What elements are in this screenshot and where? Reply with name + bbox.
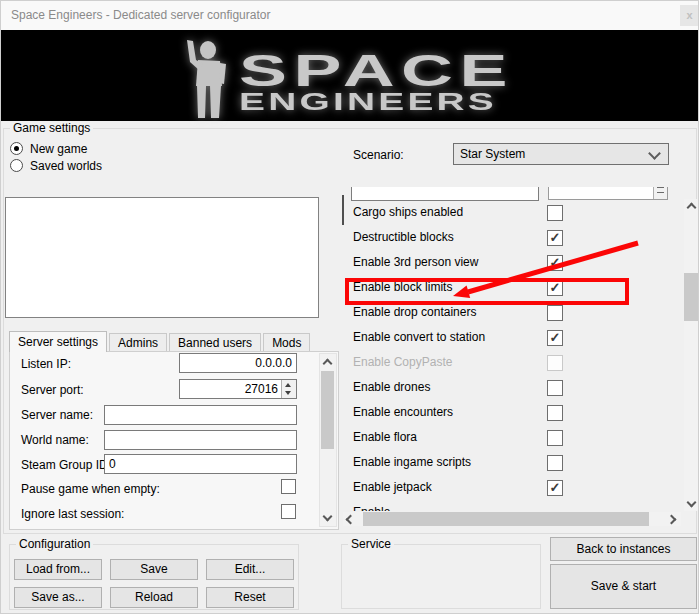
radio-label: Saved worlds xyxy=(30,159,102,173)
enable-3rd-person-view-checkbox[interactable]: ✓ xyxy=(547,255,563,271)
service-group: Service xyxy=(341,544,541,609)
option-row: Enable encounters xyxy=(343,402,683,427)
reset-button[interactable]: Reset xyxy=(206,587,294,608)
save-and-start-button[interactable]: Save & start xyxy=(550,564,697,609)
ignore-last-session-checkbox[interactable] xyxy=(281,504,296,519)
server-port-value: 27016 xyxy=(184,380,278,398)
option-row: Enable convert to station✓ xyxy=(343,327,683,352)
spinner-down[interactable] xyxy=(282,389,296,398)
load-from-button[interactable]: Load from... xyxy=(14,559,102,580)
steam-group-id-field[interactable]: 0 xyxy=(104,454,297,474)
ignore-last-session-label: Ignore last session: xyxy=(21,507,124,521)
highlight-rectangle xyxy=(345,278,629,305)
server-port-field[interactable]: 27016 xyxy=(179,379,297,399)
pause-game-label: Pause game when empty: xyxy=(21,482,160,496)
radio-label: New game xyxy=(30,142,87,156)
option-row: Enable drop containers xyxy=(343,302,683,327)
game-settings-legend: Game settings xyxy=(10,121,93,136)
configuration-legend: Configuration xyxy=(16,537,93,552)
enable-drones-label: Enable drones xyxy=(353,380,430,394)
options-horizontal-scrollbar[interactable] xyxy=(343,512,681,526)
enable-drones-checkbox[interactable] xyxy=(547,380,563,396)
option-row: Enable 3rd person view✓ xyxy=(343,252,683,277)
close-button[interactable]: x xyxy=(680,5,699,26)
enable-ingame-scripts-checkbox[interactable] xyxy=(547,455,563,471)
option-row: Cargo ships enabled xyxy=(343,202,683,227)
configuration-buttons: Load from...SaveEdit...Save as...ReloadR… xyxy=(14,559,294,608)
pause-game-checkbox[interactable] xyxy=(281,479,296,494)
radio-new-game[interactable]: New game xyxy=(10,142,87,156)
logo-text-engineers: ENGINEERS xyxy=(239,88,497,115)
tab-strip: Server settingsAdminsBanned usersMods xyxy=(9,330,312,351)
tab-server-settings[interactable]: Server settings xyxy=(9,331,107,352)
steam-group-id-value: 0 xyxy=(109,457,116,471)
enable-jetpack-label: Enable jetpack xyxy=(353,480,432,494)
clipped-control-edge xyxy=(342,195,344,225)
option-row: Enable flora xyxy=(343,427,683,452)
configuration-group: Configuration Load from...SaveEdit...Sav… xyxy=(9,544,299,610)
chevron-down-icon xyxy=(648,147,661,160)
reload-button[interactable]: Reload xyxy=(110,587,198,608)
clipped-numeric-field[interactable] xyxy=(548,187,668,200)
back-to-instances-button[interactable]: Back to instances xyxy=(550,537,697,561)
listen-ip-field[interactable]: 0.0.0.0 xyxy=(179,353,297,373)
option-row: Destructible blocks✓ xyxy=(343,227,683,252)
spinner-up[interactable] xyxy=(282,380,296,389)
save-as-button[interactable]: Save as... xyxy=(14,587,102,608)
radio-saved-worlds[interactable]: Saved worlds xyxy=(10,159,102,173)
enable-convert-to-station-checkbox[interactable]: ✓ xyxy=(547,330,563,346)
world-name-field[interactable] xyxy=(104,430,297,450)
enable-drop-containers-label: Enable drop containers xyxy=(353,305,476,319)
destructible-blocks-label: Destructible blocks xyxy=(353,230,454,244)
tab-banned-users[interactable]: Banned users xyxy=(169,333,261,351)
title-bar: Space Engineers - Dedicated server confi… xyxy=(1,1,698,31)
radio-circle[interactable] xyxy=(10,159,23,172)
options-panel: Cargo ships enabledDestructible blocks✓E… xyxy=(343,187,683,511)
scroll-down-arrow[interactable] xyxy=(684,496,699,511)
enable-copypaste-checkbox[interactable] xyxy=(547,355,563,371)
option-row: Enable xyxy=(343,502,683,511)
enable-convert-to-station-label: Enable convert to station xyxy=(353,330,485,344)
edit-button[interactable]: Edit... xyxy=(206,559,294,580)
enable-flora-label: Enable flora xyxy=(353,430,417,444)
scrollbar-thumb[interactable] xyxy=(321,371,334,449)
listen-ip-label: Listen IP: xyxy=(21,357,71,371)
enable-jetpack-checkbox[interactable]: ✓ xyxy=(547,480,563,496)
logo-banner: SPACE ENGINEERS xyxy=(1,30,698,121)
enable-copypaste-label: Enable CopyPaste xyxy=(353,355,452,369)
scrollbar-thumb[interactable] xyxy=(684,273,699,321)
save-button[interactable]: Save xyxy=(110,559,198,580)
destructible-blocks-checkbox[interactable]: ✓ xyxy=(547,230,563,246)
scenario-dropdown[interactable]: Star System xyxy=(453,143,669,165)
clipped-textbox[interactable] xyxy=(351,187,539,201)
cargo-ships-enabled-label: Cargo ships enabled xyxy=(353,205,463,219)
scrollbar-thumb[interactable] xyxy=(363,512,649,526)
worlds-listbox[interactable] xyxy=(5,197,319,318)
scroll-right-arrow[interactable] xyxy=(666,512,681,526)
cargo-ships-enabled-checkbox[interactable] xyxy=(547,205,563,221)
server-name-field[interactable] xyxy=(104,405,297,425)
enable-flora-checkbox[interactable] xyxy=(547,430,563,446)
enable-encounters-checkbox[interactable] xyxy=(547,405,563,421)
clipped-spinner[interactable] xyxy=(653,187,667,199)
server-name-label: Server name: xyxy=(21,408,93,422)
scenario-value: Star System xyxy=(460,147,525,161)
scroll-up-arrow[interactable] xyxy=(684,199,699,214)
tab-mods[interactable]: Mods xyxy=(263,333,310,351)
listen-ip-value: 0.0.0.0 xyxy=(184,354,292,372)
up-arrow-icon xyxy=(285,383,291,387)
option-row: Enable CopyPaste xyxy=(343,352,683,377)
form-vertical-scrollbar[interactable] xyxy=(319,353,337,527)
app-window: Space Engineers - Dedicated server confi… xyxy=(0,0,699,614)
tab-admins[interactable]: Admins xyxy=(109,333,167,351)
steam-group-id-label: Steam Group ID: xyxy=(21,458,111,472)
server-port-spinner[interactable] xyxy=(281,380,296,398)
scroll-down-arrow[interactable] xyxy=(320,510,335,525)
scroll-left-arrow[interactable] xyxy=(343,512,358,526)
radio-circle[interactable] xyxy=(10,142,23,155)
window-title: Space Engineers - Dedicated server confi… xyxy=(11,8,270,22)
scroll-up-arrow[interactable] xyxy=(320,355,335,370)
enable-drop-containers-checkbox[interactable] xyxy=(547,305,563,321)
options-vertical-scrollbar[interactable] xyxy=(684,199,699,511)
service-legend: Service xyxy=(348,537,394,552)
